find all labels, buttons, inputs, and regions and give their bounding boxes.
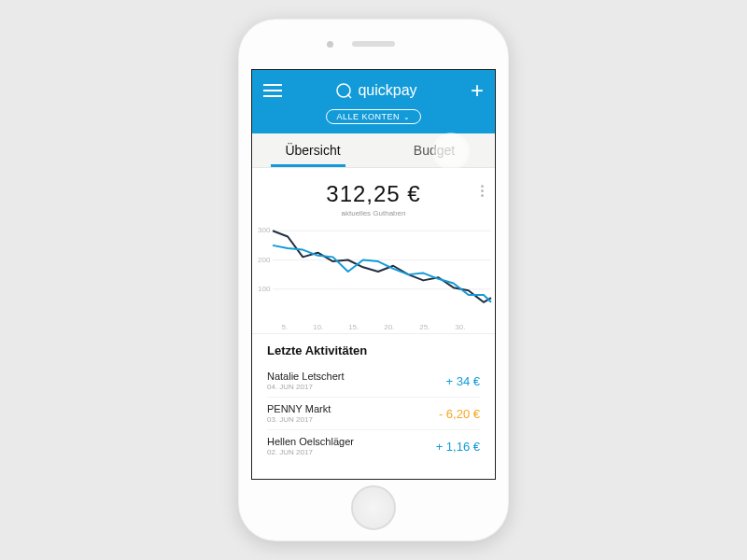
tab-underline — [271, 164, 345, 167]
menu-icon[interactable] — [263, 84, 282, 97]
device-frame: quickpay + ALLE KONTEN ⌄ Übersicht Budge… — [238, 19, 509, 541]
activity-amount: + 34 € — [445, 374, 480, 388]
activity-date: 02. JUN 2017 — [267, 448, 354, 456]
balance-section: 312,25 € aktuelles Guthaben — [252, 168, 495, 219]
brand: quickpay — [335, 82, 416, 99]
app-screen: quickpay + ALLE KONTEN ⌄ Übersicht Budge… — [251, 69, 496, 480]
chart-x-ticks: 5.10.15.20.25.30. — [252, 323, 495, 331]
activity-amount: + 1,16 € — [436, 440, 480, 454]
balance-amount: 312,25 € — [252, 181, 495, 207]
tab-budget[interactable]: Budget — [374, 133, 495, 167]
brand-name: quickpay — [358, 82, 416, 99]
app-header: quickpay + ALLE KONTEN ⌄ — [252, 70, 495, 133]
account-selector[interactable]: ALLE KONTEN ⌄ — [326, 109, 420, 124]
device-speaker — [352, 41, 395, 47]
activity-amount: - 6,20 € — [439, 407, 480, 421]
add-button[interactable]: + — [471, 79, 484, 102]
activity-row[interactable]: Natalie Letschert04. JUN 2017+ 34 € — [267, 365, 480, 397]
activity-name: PENNY Markt — [267, 403, 331, 414]
chevron-down-icon: ⌄ — [403, 113, 411, 121]
device-camera — [327, 41, 333, 48]
activity-name: Natalie Letschert — [267, 371, 345, 382]
logo-icon — [335, 82, 352, 99]
account-selector-label: ALLE KONTEN — [336, 112, 400, 121]
activities-title: Letzte Aktivitäten — [267, 343, 480, 357]
activity-date: 03. JUN 2017 — [267, 415, 331, 424]
activity-name: Hellen Oelschläger — [267, 436, 354, 447]
chart-y-tick: 300 — [258, 226, 270, 234]
activities-section: Letzte Aktivitäten Natalie Letschert04. … — [252, 334, 495, 462]
balance-subtitle: aktuelles Guthaben — [252, 209, 495, 217]
chart-y-tick: 200 — [258, 256, 270, 264]
more-icon[interactable] — [481, 185, 484, 197]
activity-row[interactable]: PENNY Markt03. JUN 2017- 6,20 € — [267, 397, 480, 429]
chart-y-tick: 100 — [258, 285, 270, 293]
activity-date: 04. JUN 2017 — [267, 383, 345, 391]
home-button[interactable] — [351, 485, 396, 530]
tab-overview[interactable]: Übersicht — [252, 133, 374, 167]
tabs: Übersicht Budget — [252, 133, 495, 168]
activity-row[interactable]: Hellen Oelschläger02. JUN 2017+ 1,16 € — [267, 429, 480, 462]
balance-chart: 1002003005.10.15.20.25.30. — [252, 219, 495, 334]
